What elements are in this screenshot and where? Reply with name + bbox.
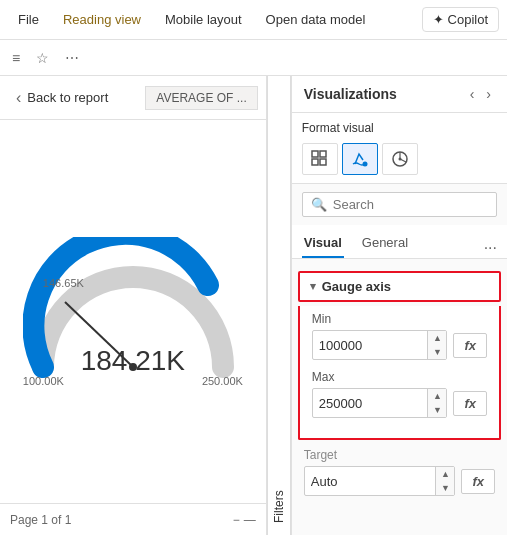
gauge-axis-label: Gauge axis <box>322 279 391 294</box>
visualizations-header: Visualizations ‹ › <box>292 76 507 113</box>
min-spinner: ▲ ▼ <box>427 331 446 359</box>
menu-reading-view[interactable]: Reading view <box>53 8 151 31</box>
tabs-more-button[interactable]: ... <box>484 235 497 253</box>
search-icon: 🔍 <box>311 197 327 212</box>
min-label: Min <box>312 312 487 326</box>
grid-icon <box>311 150 329 168</box>
target-label: Target <box>304 444 495 462</box>
target-spinner: ▲ ▼ <box>435 467 454 495</box>
max-field-row: Max ▲ ▼ fx <box>312 370 487 418</box>
min-fx-button[interactable]: fx <box>453 333 487 358</box>
format-icons <box>302 143 497 175</box>
format-grid-button[interactable] <box>302 143 338 175</box>
page-tab[interactable]: AVERAGE OF ... <box>145 86 257 110</box>
svg-point-6 <box>362 162 367 167</box>
viz-nav: ‹ › <box>466 84 495 104</box>
min-spin-down[interactable]: ▼ <box>428 345 446 359</box>
pin-icon[interactable]: ☆ <box>32 46 53 70</box>
min-field-row: Min ▲ ▼ fx <box>312 312 487 360</box>
gauge-area: 146.65K 184.21K 100.00K 250.00K <box>0 120 266 503</box>
filters-sidebar[interactable]: Filters <box>267 76 291 535</box>
more-options-icon[interactable]: ⋯ <box>61 46 83 70</box>
gauge-value: 184.21K <box>81 345 185 377</box>
hamburger-icon[interactable]: ≡ <box>8 46 24 70</box>
menu-bar: File Reading view Mobile layout Open dat… <box>0 0 507 40</box>
min-input-wrap: ▲ ▼ <box>312 330 448 360</box>
target-fx-button[interactable]: fx <box>461 469 495 494</box>
back-header: ‹ Back to report AVERAGE OF ... <box>0 76 266 120</box>
gauge-axis-section-body: Min ▲ ▼ fx Max <box>298 306 501 440</box>
zoom-out-icon[interactable]: − <box>233 513 240 527</box>
section-chevron-icon: ▾ <box>310 280 316 293</box>
svg-rect-3 <box>320 151 326 157</box>
back-label: Back to report <box>27 90 108 105</box>
max-spinner: ▲ ▼ <box>427 389 446 417</box>
copilot-label: Copilot <box>448 12 488 27</box>
menu-open-data-model[interactable]: Open data model <box>256 8 376 31</box>
search-input[interactable] <box>333 197 488 212</box>
svg-rect-2 <box>312 151 318 157</box>
filters-label: Filters <box>272 490 286 523</box>
menu-mobile-layout[interactable]: Mobile layout <box>155 8 252 31</box>
footer-right: − — <box>233 513 256 527</box>
analytics-icon <box>391 150 409 168</box>
tab-visual[interactable]: Visual <box>302 229 344 258</box>
min-spin-up[interactable]: ▲ <box>428 331 446 345</box>
visualizations-title: Visualizations <box>304 86 397 102</box>
target-spin-up[interactable]: ▲ <box>436 467 454 481</box>
max-input[interactable] <box>313 391 428 416</box>
paint-icon <box>351 150 369 168</box>
min-input-row: ▲ ▼ fx <box>312 330 487 360</box>
target-input-wrap: ▲ ▼ <box>304 466 456 496</box>
gauge-min: 100.00K <box>23 375 64 387</box>
back-to-report-button[interactable]: ‹ Back to report <box>8 85 116 111</box>
svg-rect-4 <box>312 159 318 165</box>
page-info: Page 1 of 1 <box>10 513 71 527</box>
target-input[interactable] <box>305 469 436 494</box>
format-paint-button[interactable] <box>342 143 378 175</box>
left-panel: ‹ Back to report AVERAGE OF ... 146.65K <box>0 76 267 535</box>
gauge-axis-section-header[interactable]: ▾ Gauge axis <box>298 271 501 302</box>
viz-nav-prev[interactable]: ‹ <box>466 84 479 104</box>
max-spin-up[interactable]: ▲ <box>428 389 446 403</box>
copilot-button[interactable]: ✦ Copilot <box>422 7 499 32</box>
content-area: ‹ Back to report AVERAGE OF ... 146.65K <box>0 76 507 535</box>
right-panel: Visualizations ‹ › Format visual <box>291 76 507 535</box>
gauge-container: 146.65K 184.21K 100.00K 250.00K <box>23 237 243 387</box>
format-analytics-button[interactable] <box>382 143 418 175</box>
zoom-bar-icon: — <box>244 513 256 527</box>
target-section: Target ▲ ▼ fx <box>292 444 507 504</box>
max-label: Max <box>312 370 487 384</box>
page-footer: Page 1 of 1 − — <box>0 503 266 535</box>
max-input-wrap: ▲ ▼ <box>312 388 448 418</box>
gauge-max: 250.00K <box>202 375 243 387</box>
menu-file[interactable]: File <box>8 8 49 31</box>
back-arrow-icon: ‹ <box>16 89 21 107</box>
viz-tabs: Visual General ... <box>292 225 507 259</box>
svg-point-8 <box>398 158 401 161</box>
search-box: 🔍 <box>302 192 497 217</box>
max-fx-button[interactable]: fx <box>453 391 487 416</box>
format-section: Format visual <box>292 113 507 184</box>
target-input-row: ▲ ▼ fx <box>304 466 495 496</box>
max-input-row: ▲ ▼ fx <box>312 388 487 418</box>
tab-general[interactable]: General <box>360 229 410 258</box>
format-label: Format visual <box>302 121 497 135</box>
viz-nav-next[interactable]: › <box>482 84 495 104</box>
panel-content: ▾ Gauge axis Min ▲ ▼ f <box>292 259 507 535</box>
target-spin-down[interactable]: ▼ <box>436 481 454 495</box>
toolbar: ≡ ☆ ⋯ <box>0 40 507 76</box>
min-input[interactable] <box>313 333 428 358</box>
gauge-needle-value: 146.65K <box>43 277 84 289</box>
svg-rect-5 <box>320 159 326 165</box>
max-spin-down[interactable]: ▼ <box>428 403 446 417</box>
copilot-icon: ✦ <box>433 12 444 27</box>
